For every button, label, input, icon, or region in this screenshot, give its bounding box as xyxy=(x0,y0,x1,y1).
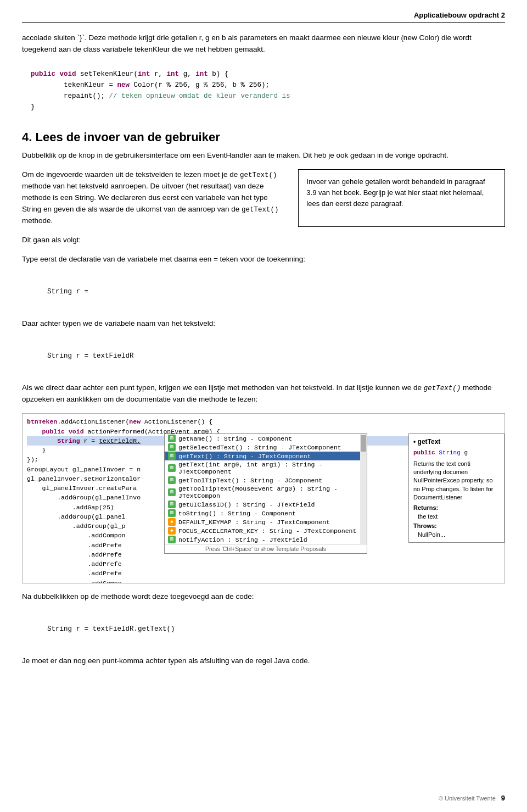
ac-item-gettooltip-mouse[interactable]: m getToolTipText(MouseEvent arg0) : Stri… xyxy=(165,485,367,500)
als-we-text: Als we direct daar achter een punt typen… xyxy=(22,382,505,405)
page: Applicatiebouw opdracht 2 accolade sluit… xyxy=(0,0,527,812)
je-moet-text: Je moet er dan nog een punt-komma achter… xyxy=(22,655,505,667)
dit-gaan-text: Dit gaan als volgt: xyxy=(22,235,505,246)
ac-item-notifyaction[interactable]: m notifyAction : String - JTextField xyxy=(165,535,367,544)
ac-scrollbar-thumb[interactable] xyxy=(361,435,366,452)
autocomplete-popup: m getName() : String - Component m getSe… xyxy=(164,433,367,554)
ac-icon-gettext: m xyxy=(168,452,176,460)
ac-icon-getselectedtext: m xyxy=(168,443,176,451)
intro-text: accolade sluiten `}`. Deze methode krijg… xyxy=(22,32,505,55)
code-block-2: String r = xyxy=(22,273,505,310)
right-column-box: Invoer van gehele getallen wordt behande… xyxy=(298,169,505,227)
editor-line: btnTeken.addActionListener(new ActionLis… xyxy=(27,417,500,426)
editor-line: .addPrefe xyxy=(27,569,500,578)
ac-icon-focus-key: ◆ xyxy=(168,527,176,535)
ac-item-default-keymap[interactable]: ◆ DEFAULT_KEYMAP : String - JTextCompone… xyxy=(165,518,367,526)
two-column-section: Om de ingevoerde waarden uit de tekstvel… xyxy=(22,169,505,227)
ac-item-gettooltip[interactable]: m getToolTipText() : String - JComponent xyxy=(165,476,367,485)
left-column: Om de ingevoerde waarden uit de tekstvel… xyxy=(22,169,288,227)
header-title: Applicatiebouw opdracht 2 xyxy=(414,11,505,19)
page-header: Applicatiebouw opdracht 2 xyxy=(22,11,505,23)
code-block-3: String r = textFieldR xyxy=(22,337,505,375)
ac-item-getname[interactable]: m getName() : String - Component xyxy=(165,434,367,443)
ac-icon-gettooltip: m xyxy=(168,476,176,484)
ac-scrollbar[interactable] xyxy=(360,434,367,544)
screenshot-area: btnTeken.addActionListener(new ActionLis… xyxy=(22,413,505,583)
section4-intro: Dubbelklik op de knop in de gebruikersin… xyxy=(22,150,505,162)
javadoc-sig: public String g xyxy=(413,449,500,457)
editor-line: .addPrefe xyxy=(27,559,500,569)
ac-footer: Press 'Ctrl+Space' to show Template Prop… xyxy=(165,544,367,553)
type-eerst-text: Type eerst de declaratie van de variabel… xyxy=(22,254,505,265)
javadoc-throws-val: NullPoin... xyxy=(418,531,500,539)
ut-logo: © Universiteit Twente xyxy=(439,795,496,802)
ac-icon-default-keymap: ◆ xyxy=(168,518,176,526)
javadoc-desc: Returns the text conti underlying docume… xyxy=(413,460,500,502)
daar-achter-text: Daar achter typen we de variabele naam v… xyxy=(22,318,505,330)
code-block-1: public void setTekenKleur(int r, int g, … xyxy=(22,63,505,118)
page-number: 9 xyxy=(501,794,505,802)
ac-icon-getuiclassid: m xyxy=(168,500,176,508)
editor-line: .addCompo xyxy=(27,579,500,584)
ac-item-gettext[interactable]: m getText() : String - JTextComponent xyxy=(165,452,367,460)
javadoc-returns-val: the text xyxy=(418,513,500,521)
ac-item-focus-key[interactable]: ◆ FOCUS_ACCELERATOR_KEY : String - JText… xyxy=(165,526,367,535)
ac-item-getuiclassid[interactable]: m getUIClassID() : String - JTextField xyxy=(165,500,367,509)
section-title: 4. Lees de invoer van de gebruiker xyxy=(22,130,505,144)
na-dubbelklikken-text: Na dubbelklikken op de methode wordt dez… xyxy=(22,591,505,603)
javadoc-returns-label: Returns: xyxy=(413,504,500,512)
page-footer: © Universiteit Twente 9 xyxy=(22,794,505,802)
ac-icon-tostring: m xyxy=(168,509,176,517)
javadoc-throws-label: Throws: xyxy=(413,522,500,530)
javadoc-title: • getText xyxy=(413,437,500,447)
ac-icon-gettooltip-mouse: m xyxy=(168,488,176,496)
ac-icon-getname: m xyxy=(168,435,176,442)
javadoc-panel: • getText public String g Returns the te… xyxy=(408,433,504,543)
ac-item-gettext-int[interactable]: m getText(int arg0, int arg1) : String -… xyxy=(165,460,367,476)
ac-icon-notifyaction: m xyxy=(168,536,176,543)
ac-item-tostring[interactable]: m toString() : String - Component xyxy=(165,509,367,518)
ac-icon-gettext-int: m xyxy=(168,464,176,472)
code-block-4: String r = textFieldR.getText() xyxy=(22,610,505,648)
ac-item-getselectedtext[interactable]: m getSelectedText() : String - JTextComp… xyxy=(165,443,367,452)
